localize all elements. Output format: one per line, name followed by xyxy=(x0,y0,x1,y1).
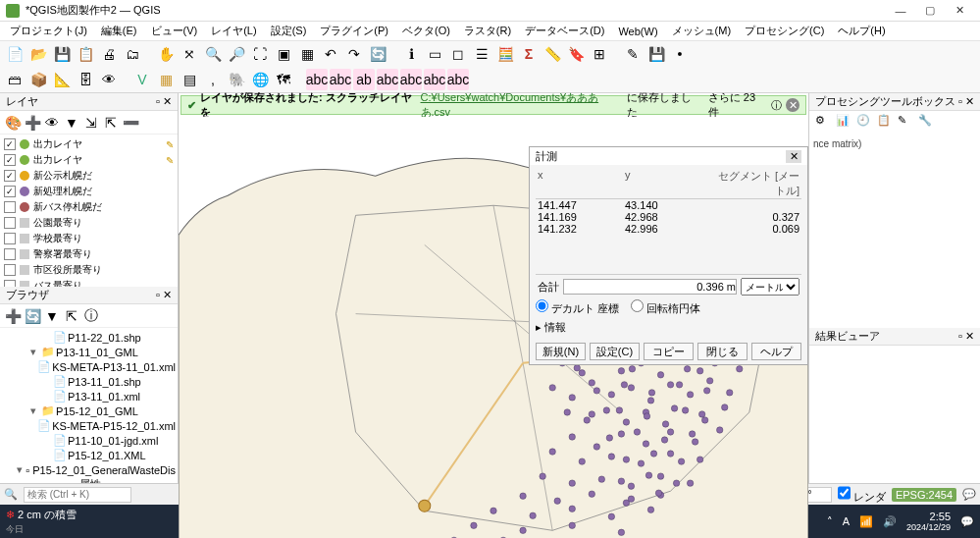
layer-checkbox[interactable] xyxy=(4,233,16,244)
postgis-icon[interactable]: 🐘 xyxy=(226,69,247,90)
map-canvas[interactable]: 計測 ✕ x y セグメント [メートル] 141.44743.140141.1… xyxy=(179,117,808,483)
menu-item[interactable]: ラスタ(R) xyxy=(458,22,517,40)
wms-icon[interactable]: 🌐 xyxy=(249,69,271,90)
layer-row[interactable]: 新バス停札幌だ xyxy=(2,199,176,215)
deselect-icon[interactable]: ◻ xyxy=(447,43,469,65)
layout-manager-icon[interactable]: 🗂 xyxy=(122,43,143,65)
unit-select[interactable]: メートル xyxy=(741,278,799,296)
tray-chevron-icon[interactable]: ˄ xyxy=(827,515,833,528)
crs-button[interactable]: EPSG:2454 xyxy=(892,488,956,502)
new-virtual-icon[interactable]: 👁 xyxy=(98,69,120,90)
dock-controls[interactable]: ▫ ✕ xyxy=(156,95,172,108)
add-group-icon[interactable]: ➕ xyxy=(24,114,41,132)
style-icon[interactable]: 🎨 xyxy=(4,114,22,132)
add-feature-icon[interactable]: • xyxy=(669,43,691,65)
properties-icon[interactable]: ⓘ xyxy=(82,307,100,325)
new-geopackage-icon[interactable]: 📦 xyxy=(27,69,49,90)
menu-item[interactable]: メッシュ(M) xyxy=(666,22,738,40)
select-icon[interactable]: ▭ xyxy=(424,43,445,65)
help-button[interactable]: ヘルプ xyxy=(751,343,801,360)
close-button[interactable]: 閉じる xyxy=(697,343,748,360)
results-icon[interactable]: 📋 xyxy=(877,114,895,132)
layer-checkbox[interactable] xyxy=(4,248,16,260)
menu-item[interactable]: プラグイン(P) xyxy=(314,22,394,40)
layer-row[interactable]: ✓新公示札幌だ xyxy=(2,168,176,184)
attributes-icon[interactable]: ☰ xyxy=(471,43,492,65)
label-4-icon[interactable]: abc xyxy=(377,69,398,90)
menu-item[interactable]: ビュー(V) xyxy=(145,22,204,40)
field-calc-icon[interactable]: 🧮 xyxy=(494,43,516,65)
edit-icon[interactable]: ✎ xyxy=(898,114,915,132)
tile-scale-icon[interactable]: ⊞ xyxy=(589,43,610,65)
model-icon[interactable]: 📊 xyxy=(836,114,853,132)
history-icon[interactable]: 🕘 xyxy=(856,114,874,132)
label-5-icon[interactable]: abc xyxy=(400,69,422,90)
tray-volume-icon[interactable]: 🔊 xyxy=(883,515,897,528)
weather-widget[interactable]: ❄ 2 cm の積雪 今日 xyxy=(6,508,77,536)
zoom-in-icon[interactable]: 🔍 xyxy=(202,43,224,65)
tray-lang[interactable]: A xyxy=(843,515,850,527)
options-icon[interactable]: 🔧 xyxy=(918,114,936,132)
info-expander[interactable]: ▸ 情報 xyxy=(536,320,801,335)
menu-item[interactable]: データベース(D) xyxy=(519,22,610,40)
menu-item[interactable]: ヘルプ(H) xyxy=(832,22,891,40)
browser-item[interactable]: 📄P15-12_01.XML xyxy=(2,448,176,462)
notice-link[interactable]: C:¥Users¥watch¥Documents¥ああああ.csv xyxy=(421,90,623,120)
collapse-browser-icon[interactable]: ⇱ xyxy=(63,307,80,325)
zoom-selection-icon[interactable]: ▣ xyxy=(273,43,294,65)
vector-icon[interactable]: V xyxy=(131,69,153,90)
ellipsoid-radio[interactable]: 回転楕円体 xyxy=(631,299,700,316)
layer-checkbox[interactable] xyxy=(4,201,16,213)
layer-row[interactable]: 警察署最寄り xyxy=(2,246,176,262)
messages-icon[interactable]: 💬 xyxy=(962,488,976,501)
label-3-icon[interactable]: ab xyxy=(353,69,375,90)
save-as-icon[interactable]: 📋 xyxy=(75,43,96,65)
copy-button[interactable]: コピー xyxy=(644,343,694,360)
zoom-next-icon[interactable]: ↷ xyxy=(343,43,365,65)
delimited-icon[interactable]: , xyxy=(202,69,224,90)
layer-checkbox[interactable]: ✓ xyxy=(4,138,16,150)
menu-item[interactable]: 編集(E) xyxy=(95,22,143,40)
layer-checkbox[interactable]: ✓ xyxy=(4,154,16,166)
close-button[interactable]: ✕ xyxy=(945,1,974,21)
refresh-icon[interactable]: 🔄 xyxy=(367,43,388,65)
new-project-icon[interactable]: 📄 xyxy=(4,43,26,65)
new-button[interactable]: 新規(N) xyxy=(536,343,586,360)
save-edits-icon[interactable]: 💾 xyxy=(645,43,667,65)
cartesian-radio[interactable]: デカルト 座標 xyxy=(536,299,619,316)
label-2-icon[interactable]: abc xyxy=(330,69,351,90)
browser-item[interactable]: ▾📁P13-11_01_GML xyxy=(2,345,176,359)
measure-close-icon[interactable]: ✕ xyxy=(786,150,801,163)
layer-row[interactable]: ✓出力レイヤ✎ xyxy=(2,152,176,168)
layer-row[interactable]: 市区役所最寄り xyxy=(2,262,176,278)
layer-checkbox[interactable]: ✓ xyxy=(4,170,16,182)
zoom-out-icon[interactable]: 🔎 xyxy=(226,43,247,65)
pan-to-selection-icon[interactable]: ⤧ xyxy=(179,43,200,65)
layer-checkbox[interactable] xyxy=(4,280,16,287)
add-layer-icon[interactable]: ➕ xyxy=(4,307,22,325)
pan-icon[interactable]: ✋ xyxy=(155,43,177,65)
filter-icon[interactable]: ▼ xyxy=(63,114,80,132)
browser-item[interactable]: ▾▫P15-12_01_GeneralWasteDis xyxy=(2,462,176,477)
stats-icon[interactable]: Σ xyxy=(518,43,540,65)
menu-item[interactable]: Web(W) xyxy=(612,24,663,39)
locator-input[interactable] xyxy=(24,487,131,503)
layer-checkbox[interactable] xyxy=(4,217,16,229)
notice-close-icon[interactable]: ✕ xyxy=(786,98,799,112)
menu-item[interactable]: レイヤ(L) xyxy=(205,22,262,40)
layer-row[interactable]: 公園最寄り xyxy=(2,215,176,231)
zoom-layer-icon[interactable]: ▦ xyxy=(296,43,318,65)
raster-icon[interactable]: ▦ xyxy=(155,69,177,90)
notifications-icon[interactable]: 💬 xyxy=(960,515,974,528)
save-icon[interactable]: 💾 xyxy=(51,43,73,65)
toggle-edit-icon[interactable]: ✎ xyxy=(622,43,644,65)
render-checkbox[interactable]: レンダ xyxy=(838,485,886,505)
zoom-full-icon[interactable]: ⛶ xyxy=(249,43,271,65)
filter-legend-icon[interactable]: 👁 xyxy=(43,114,61,132)
dock-controls[interactable]: ▫ ✕ xyxy=(156,289,172,301)
layer-row[interactable]: ✓新処理札幌だ xyxy=(2,184,176,199)
notice-info-icon[interactable]: ⓘ xyxy=(771,98,782,113)
identify-icon[interactable]: ℹ xyxy=(400,43,422,65)
minimize-button[interactable]: — xyxy=(886,1,915,21)
label-6-icon[interactable]: abc xyxy=(424,69,445,90)
